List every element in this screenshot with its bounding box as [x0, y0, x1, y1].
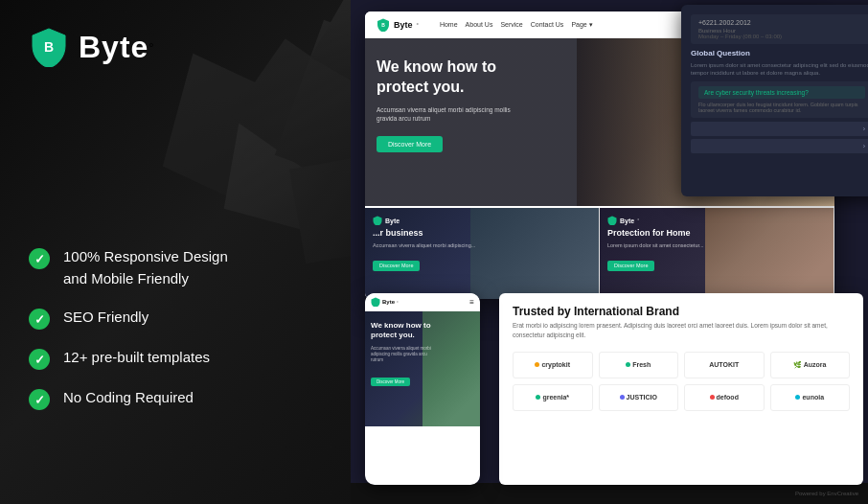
panel-phone: +6221.2002.2012	[698, 19, 865, 26]
mobile-mockup: Byte ° ≡ We know how toprotect you. Accu…	[365, 293, 480, 485]
brand-defood-text: defood	[717, 394, 739, 401]
accordion-1[interactable]: ›	[691, 122, 868, 136]
card-btn-1[interactable]: Discover More	[373, 261, 420, 271]
feature-responsive: 100% Responsive Designand Mobile Friendl…	[29, 246, 228, 289]
brand-euncia: eunoia	[770, 384, 851, 411]
feature-templates-text: 12+ pre-built templates	[63, 347, 210, 369]
shield-icon: B	[29, 27, 69, 67]
mobile-hero-content: We know how toprotect you. Accumsan vive…	[371, 321, 438, 387]
brand-autokit: AUTOKIT	[684, 352, 765, 378]
card-title-2: Protection for Home	[607, 228, 826, 240]
card-text-1: Accumsan viverra aliquet morbi adipiscin…	[373, 242, 591, 250]
brand-auzora-text: 🌿 Auzora	[793, 361, 826, 369]
mobile-shield-icon	[371, 297, 380, 307]
small-card-home: Byte ° Protection for Home Lorem ipsum d…	[600, 208, 834, 299]
hero-subtitle: Accumsan viverra aliquet morbi adipiscin…	[377, 105, 530, 125]
mobile-hero-button[interactable]: Discover More	[371, 378, 410, 386]
cryptokit-dot	[535, 362, 539, 367]
mobile-inner: Byte ° ≡ We know how toprotect you. Accu…	[365, 293, 480, 485]
panel-desc: Lorem ipsum dolor sit amet consectetur a…	[691, 61, 868, 78]
feature-no-coding-text: No Coding Required	[63, 387, 194, 409]
card-overlay-business: Byte ...r business Accumsan viverra aliq…	[365, 208, 599, 299]
accordion-2[interactable]: ›	[691, 139, 868, 153]
mobile-hero-subtitle: Accumsan viverra aliquet morbi adipiscin…	[371, 346, 438, 364]
svg-text:B: B	[44, 39, 54, 55]
card-shield-icon-2	[607, 216, 617, 225]
brands-grid: cryptokit Fresh AUTOKIT 🌿 Auzora greenia…	[499, 346, 863, 417]
greenia-dot	[536, 395, 540, 400]
small-card-business: Byte ...r business Accumsan viverra aliq…	[365, 208, 600, 299]
nav-home[interactable]: Home	[440, 21, 458, 29]
panel-hours: Monday – Friday (08:00 – 03:00)	[698, 34, 865, 39]
feature-no-coding: No Coding Required	[29, 387, 228, 410]
mobile-logo-sup: °	[397, 300, 399, 305]
features-list: 100% Responsive Designand Mobile Friendl…	[29, 246, 228, 427]
card-logo-text-1: Byte	[385, 218, 400, 224]
fresh-dot	[626, 362, 630, 367]
brand-auzora: 🌿 Auzora	[770, 352, 851, 378]
check-icon-no-coding	[29, 389, 50, 410]
brand-greenia: greenia*	[513, 384, 593, 411]
card-logo-sup-2: °	[637, 218, 639, 223]
justicio-dot	[620, 395, 625, 400]
hamburger-icon[interactable]: ≡	[469, 298, 474, 307]
brand-justicio: JUSTICIO	[599, 384, 679, 411]
mobile-hero: We know how toprotect you. Accumsan vive…	[365, 311, 480, 426]
brand-greenia-text: greenia*	[542, 394, 569, 401]
defood-dot	[710, 395, 715, 400]
card-btn-2[interactable]: Discover More	[607, 261, 654, 271]
card-text-2: Lorem ipsum dolor sit amet consectetur..…	[607, 242, 826, 250]
hero-title: We know how toprotect you.	[377, 57, 530, 98]
site-logo: B Byte °	[377, 18, 419, 32]
card-overlay-home: Byte ° Protection for Home Lorem ipsum d…	[600, 208, 834, 299]
panel-title: Global Question	[691, 49, 868, 57]
hero-discover-button[interactable]: Discover More	[377, 136, 443, 152]
right-panel: +6221.2002.2012 Business Hour Monday – F…	[351, 0, 868, 504]
mobile-logo-text: Byte	[382, 299, 395, 305]
brands-header: Trusted by International Brand Erat morb…	[499, 293, 863, 346]
faq-answer: Flo ullamcorper duis leo feugiat tincidu…	[698, 102, 865, 113]
cards-row: Byte ...r business Accumsan viverra aliq…	[365, 208, 834, 299]
bottom-bar: Powered by EnvCreative	[351, 483, 868, 504]
nav-service[interactable]: Service	[500, 21, 522, 29]
brand-autokit-text: AUTOKIT	[709, 361, 739, 368]
feature-seo-text: SEO Friendly	[63, 307, 148, 329]
card-title-1: ...r business	[373, 228, 591, 240]
mobile-nav: Byte ° ≡	[365, 293, 480, 311]
panel-global-q: Global Question Lorem ipsum dolor sit am…	[691, 49, 868, 78]
panel-contact-row: +6221.2002.2012 Business Hour Monday – F…	[691, 14, 868, 44]
check-icon-responsive	[29, 248, 50, 269]
site-logo-text: Byte	[394, 20, 413, 30]
check-icon-templates	[29, 349, 50, 370]
site-logo-shield-icon: B	[377, 18, 390, 32]
card-shield-icon-1	[373, 216, 382, 225]
bottom-bar-credit: Powered by EnvCreative	[795, 491, 858, 496]
feature-templates: 12+ pre-built templates	[29, 347, 228, 370]
brand-fresh-text: Fresh	[632, 361, 651, 368]
card-logo-text-2: Byte	[620, 218, 634, 224]
faq-question: Are cyber security threats increasing?	[698, 86, 865, 99]
logo[interactable]: B Byte°	[29, 27, 154, 67]
feature-seo: SEO Friendly	[29, 307, 228, 330]
mobile-logo: Byte °	[371, 297, 399, 307]
brands-title: Trusted by International Brand	[513, 305, 850, 318]
brand-defood: defood	[684, 384, 765, 411]
svg-text:B: B	[381, 22, 385, 28]
euncia-dot	[795, 395, 800, 400]
card-logo-1: Byte	[373, 216, 591, 225]
brand-cryptokit-text: cryptokit	[541, 361, 570, 368]
brand-euncia-text: eunoia	[802, 394, 824, 401]
faq-item: Are cyber security threats increasing? F…	[691, 81, 868, 118]
card-logo-2: Byte °	[607, 216, 826, 225]
logo-text: Byte°	[79, 30, 154, 65]
feature-responsive-text: 100% Responsive Designand Mobile Friendl…	[63, 246, 228, 289]
brand-cryptokit: cryptokit	[513, 352, 593, 378]
hero-content: We know how toprotect you. Accumsan vive…	[377, 57, 530, 152]
brand-fresh: Fresh	[599, 352, 679, 378]
check-icon-seo	[29, 309, 50, 330]
left-panel: B Byte° 100% Responsive Designand Mobile…	[0, 0, 374, 504]
nav-page[interactable]: Page ▾	[571, 21, 592, 29]
nav-about[interactable]: About Us	[466, 21, 493, 29]
nav-contact[interactable]: Contact Us	[531, 21, 564, 29]
brands-panel: Trusted by International Brand Erat morb…	[499, 293, 863, 485]
